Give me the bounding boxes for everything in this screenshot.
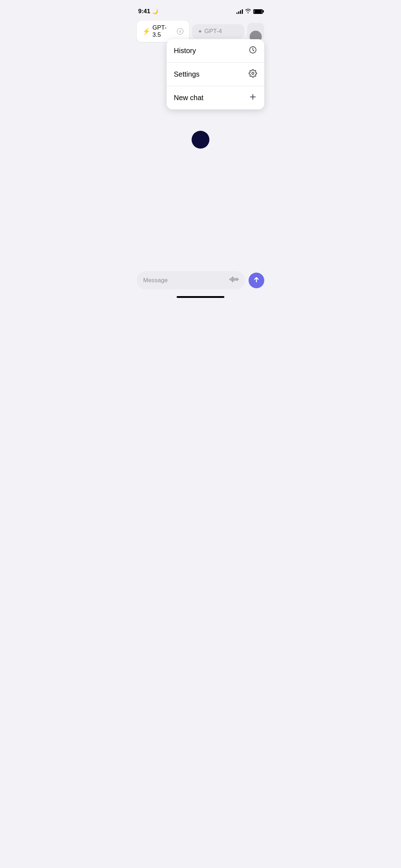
battery-icon <box>253 9 263 14</box>
dropdown-menu: History Settings New chat <box>167 39 264 109</box>
info-icon[interactable]: i <box>177 28 183 35</box>
svg-rect-8 <box>235 278 236 280</box>
sparkle-icon: ✦ <box>198 28 202 35</box>
history-icon <box>249 46 257 56</box>
status-time: 9:41 🌙 <box>138 8 158 15</box>
gpt4-tab[interactable]: ✦ GPT-4 <box>192 24 244 38</box>
moon-icon: 🌙 <box>152 9 158 14</box>
gpt35-tab[interactable]: ⚡ GPT-3.5 i <box>137 21 189 42</box>
svg-rect-6 <box>232 277 233 282</box>
status-bar: 9:41 🌙 <box>131 0 270 18</box>
svg-rect-5 <box>231 278 232 281</box>
svg-rect-9 <box>236 278 238 281</box>
send-arrow-icon <box>253 276 260 285</box>
center-dot <box>192 131 209 149</box>
status-icons <box>236 9 263 14</box>
settings-label: Settings <box>174 70 199 78</box>
gpt4-label: GPT-4 <box>204 28 222 35</box>
time-label: 9:41 <box>138 8 150 15</box>
message-input[interactable]: Message <box>137 271 245 289</box>
history-label: History <box>174 47 196 55</box>
new-chat-menu-item[interactable]: New chat <box>167 86 264 109</box>
svg-rect-10 <box>238 279 239 280</box>
svg-point-1 <box>252 72 254 74</box>
new-chat-label: New chat <box>174 94 203 102</box>
svg-rect-7 <box>234 278 235 281</box>
home-indicator <box>177 296 224 298</box>
gpt35-label: GPT-3.5 <box>152 24 175 38</box>
waveform-icon[interactable] <box>229 276 239 284</box>
plus-icon <box>249 93 257 103</box>
svg-rect-4 <box>229 279 230 280</box>
settings-icon <box>249 69 257 79</box>
settings-menu-item[interactable]: Settings <box>167 63 264 86</box>
more-button[interactable]: ··· <box>247 23 264 40</box>
message-placeholder: Message <box>143 277 168 284</box>
send-button[interactable] <box>249 273 264 288</box>
wifi-icon <box>245 9 251 14</box>
signal-icon <box>236 9 243 14</box>
history-menu-item[interactable]: History <box>167 39 264 63</box>
lightning-icon: ⚡ <box>142 27 150 35</box>
message-input-container: Message <box>137 271 264 289</box>
